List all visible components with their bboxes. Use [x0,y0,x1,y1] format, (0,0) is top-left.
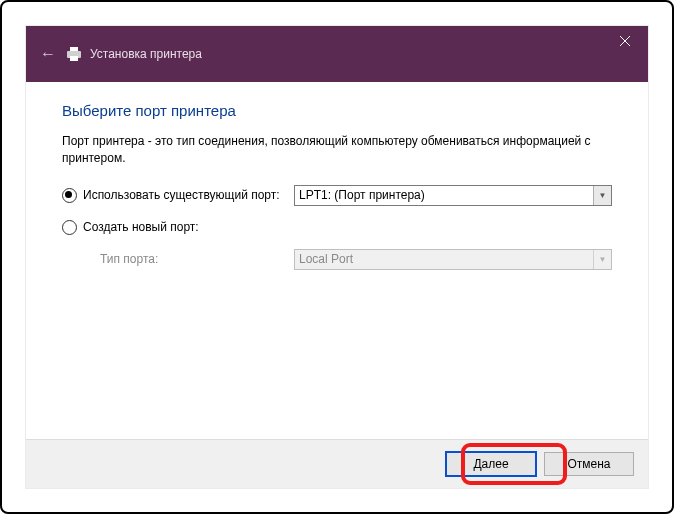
port-type-value: Local Port [299,252,353,266]
port-type-dropdown: Local Port ▼ [294,249,612,270]
radio-existing-port-label: Использовать существующий порт: [83,188,280,202]
port-type-label: Тип порта: [100,252,294,266]
existing-port-dropdown[interactable]: LPT1: (Порт принтера) ▼ [294,185,612,206]
titlebar: ← Установка принтера [26,26,648,82]
next-button[interactable]: Далее [445,451,537,477]
wizard-content: Выберите порт принтера Порт принтера - э… [26,82,648,439]
svg-rect-2 [70,56,78,61]
radio-new-port[interactable] [62,220,77,235]
close-button[interactable] [602,26,648,56]
port-type-row: Тип порта: Local Port ▼ [62,249,612,270]
cancel-button[interactable]: Отмена [544,452,634,476]
radio-new-port-label: Создать новый порт: [83,220,199,234]
chevron-down-icon: ▼ [593,250,611,269]
option-existing-port-row: Использовать существующий порт: LPT1: (П… [62,185,612,206]
wizard-footer: Далее Отмена [26,439,648,488]
page-description: Порт принтера - это тип соединения, позв… [62,133,612,167]
existing-port-value: LPT1: (Порт принтера) [299,188,425,202]
chevron-down-icon: ▼ [593,186,611,205]
page-heading: Выберите порт принтера [62,102,612,119]
svg-rect-0 [70,47,78,51]
option-new-port-row: Создать новый порт: [62,220,612,235]
add-printer-wizard: ← Установка принтера Выберите порт принт… [26,26,648,488]
window-title: Установка принтера [90,47,202,61]
printer-icon [66,47,82,61]
back-icon[interactable]: ← [40,45,56,63]
radio-existing-port[interactable] [62,188,77,203]
